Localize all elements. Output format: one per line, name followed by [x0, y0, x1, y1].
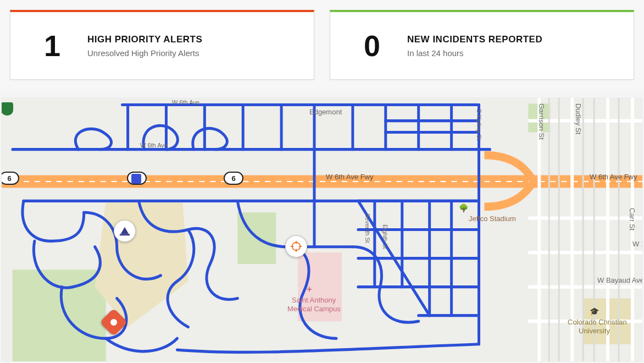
crosshair-icon [290, 240, 302, 252]
svg-marker-50 [121, 227, 129, 234]
alert-text: HIGH PRIORITY ALERTS Unresolved High Pri… [87, 34, 202, 58]
high-priority-alerts-card[interactable]: 1 HIGH PRIORITY ALERTS Unresolved High P… [10, 10, 314, 80]
valve-icon [119, 225, 131, 237]
svg-rect-1 [13, 270, 106, 361]
map-marker-target[interactable] [285, 235, 307, 257]
incident-text: NEW INCIDENTS REPORTED In last 24 hours [407, 34, 542, 58]
map-view[interactable]: 6 6 6 W 6th Ave Fwy W 6th Ave Fwy Edgemo… [1, 97, 643, 362]
new-incidents-card[interactable]: 0 NEW INCIDENTS REPORTED In last 24 hour… [330, 10, 634, 80]
summary-cards-row: 1 HIGH PRIORITY ALERTS Unresolved High P… [0, 0, 644, 90]
incident-title: NEW INCIDENTS REPORTED [407, 34, 542, 45]
dashboard-root: 1 HIGH PRIORITY ALERTS Unresolved High P… [0, 0, 644, 363]
alert-subtitle: Unresolved High Priority Alerts [87, 48, 202, 58]
alert-title: HIGH PRIORITY ALERTS [87, 34, 202, 45]
map-marker-valve[interactable] [114, 220, 136, 242]
alert-count: 1 [32, 29, 71, 63]
incident-count: 0 [352, 29, 391, 63]
incident-subtitle: In last 24 hours [407, 48, 542, 58]
map-canvas [2, 98, 642, 361]
transit-stop-icon [131, 174, 141, 184]
svg-rect-51 [120, 234, 130, 236]
